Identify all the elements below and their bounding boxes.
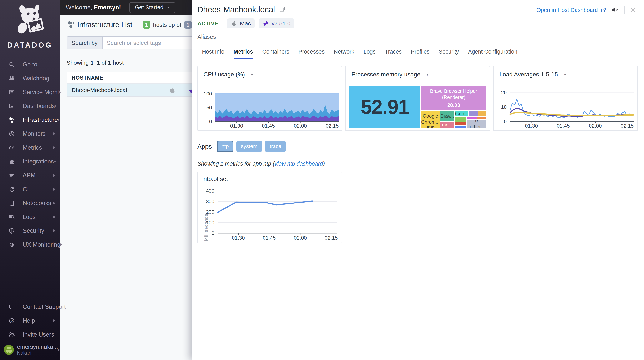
sidebar-item-dashboards[interactable]: Dashboards: [0, 99, 60, 113]
chevron-down-icon[interactable]: ▼: [426, 73, 429, 77]
load-averages-chart[interactable]: 0102001:3001:4502:0002:15: [494, 83, 638, 131]
treemap-block-label: Brav...: [440, 113, 454, 119]
chart-card-ntp-offset: ntp.offset 010020030040001:3001:4502:000…: [197, 172, 342, 243]
sidebar-item-notebooks[interactable]: Notebooks: [0, 196, 60, 210]
treemap-block[interactable]: Brav...: [440, 111, 454, 122]
host-title: Dhees-Macbook.local: [197, 5, 275, 14]
sidebar-item-contact-support[interactable]: Contact Support: [0, 300, 60, 314]
treemap-block[interactable]: [477, 117, 486, 119]
tab-processes[interactable]: Processes: [294, 46, 329, 59]
treemap-block[interactable]: 52.91: [349, 86, 421, 128]
sidebar-user-menu[interactable]: emersyn.naka... Nakari: [0, 341, 60, 358]
treemap-block[interactable]: Google Chrom...5.5: [421, 111, 440, 128]
treemap-block[interactable]: [454, 117, 467, 122]
y-axis-tick-label: 50: [198, 105, 212, 111]
sidebar-item-integrations[interactable]: Integrations: [0, 155, 60, 168]
open-in-host-dashboard-link[interactable]: Open in Host Dashboard: [536, 7, 606, 13]
treemap-block[interactable]: 9 other..: [467, 119, 486, 128]
chevron-down-icon[interactable]: ▼: [250, 73, 254, 77]
chart-title: Load Averages 1-5-15: [499, 71, 558, 78]
get-started-button[interactable]: Get Started ▼: [130, 2, 176, 13]
y-axis-label: Milliseconds: [204, 214, 209, 241]
host-detail-panel: Dhees-Macbook.local Open in Host Dashboa…: [192, 0, 644, 360]
chevron-right-icon: [58, 348, 60, 351]
sidebar-item-service-mgmt[interactable]: Service Mgmt: [0, 85, 60, 99]
os-label: Mac: [240, 20, 251, 27]
sidebar-item-logs[interactable]: Logs: [0, 210, 60, 224]
user-org: Nakari: [17, 350, 58, 356]
apps-label: Apps: [197, 143, 212, 150]
infrastructure-hexagons-icon: [8, 117, 15, 123]
os-pill[interactable]: Mac: [227, 19, 255, 29]
tab-profiles[interactable]: Profiles: [406, 46, 434, 59]
search-by-label: Search by: [66, 36, 102, 50]
search-input[interactable]: [102, 36, 201, 50]
tab-metrics[interactable]: Metrics: [229, 46, 258, 59]
treemap-block[interactable]: [454, 122, 467, 125]
sidebar-item-ci[interactable]: CI: [0, 182, 60, 196]
x-axis-tick-label: 02:00: [289, 123, 312, 129]
treemap-block[interactable]: md...: [440, 122, 454, 128]
y-axis-tick-label: 0: [198, 119, 212, 125]
apps-section: Apps ntp system trace: [197, 141, 644, 152]
apm-trace-icon: [8, 172, 15, 179]
treemap-block[interactable]: [467, 117, 477, 119]
panel-tabs: Host Info Metrics Containers Processes N…: [192, 46, 644, 59]
sidebar-item-watchdog[interactable]: Watchdog: [0, 71, 60, 85]
datadog-logo[interactable]: DATADOG: [0, 0, 60, 49]
y-axis-tick-label: 0: [493, 119, 507, 125]
copy-icon[interactable]: [279, 6, 286, 13]
tab-host-info[interactable]: Host Info: [197, 46, 229, 59]
chart-title: CPU usage (%): [204, 71, 245, 78]
chevron-right-icon: [54, 202, 56, 204]
app-pill-ntp[interactable]: ntp: [217, 141, 233, 152]
sidebar-item-invite-users[interactable]: Invite Users: [0, 328, 60, 341]
tab-logs[interactable]: Logs: [359, 46, 380, 59]
status-badge: ACTIVE: [197, 21, 218, 27]
sidebar-item-ux-monitoring[interactable]: UX Monitoring: [0, 238, 60, 252]
treemap-block-label: Goo...: [454, 111, 469, 117]
app-pill-trace[interactable]: trace: [265, 141, 286, 152]
tab-agent-configuration[interactable]: Agent Configuration: [464, 46, 522, 59]
x-axis-tick-label: 02:00: [289, 235, 312, 241]
binoculars-icon: [8, 75, 15, 82]
hosts-up-badge: 1: [143, 21, 150, 29]
chart-card-processes-memory: Processes memory usage ▼ 52.91Brave Brow…: [345, 66, 490, 131]
external-link-icon: [600, 7, 606, 13]
table-row[interactable]: Dhees-Macbook.local: [67, 84, 201, 97]
sidebar: DATADOG Go to... Watchdog Service Mgmt D…: [0, 0, 60, 360]
agent-version-pill[interactable]: v7.51.0: [259, 19, 294, 29]
treemap-block[interactable]: Goo...: [454, 111, 469, 117]
view-ntp-dashboard-link[interactable]: view ntp dashboard: [274, 161, 323, 167]
close-icon[interactable]: [630, 6, 636, 14]
chevron-down-icon[interactable]: ▼: [564, 73, 567, 77]
welcome-text: Welcome, Emersyn!: [66, 4, 121, 11]
tab-traces[interactable]: Traces: [380, 46, 406, 59]
treemap-block[interactable]: [478, 111, 486, 117]
tab-security[interactable]: Security: [434, 46, 464, 59]
ntp-offset-chart[interactable]: 010020030040001:3001:4502:0002:15Millise…: [198, 186, 342, 243]
treemap-block[interactable]: [454, 125, 467, 128]
puzzle-icon: [8, 158, 15, 165]
tab-network[interactable]: Network: [329, 46, 359, 59]
y-axis-tick-label: 20: [493, 90, 507, 96]
svg-text:?: ?: [11, 319, 13, 323]
hostname-column-header[interactable]: HOSTNAME: [67, 72, 201, 84]
mute-icon[interactable]: [611, 6, 620, 14]
chart-canvas: [198, 186, 342, 243]
sidebar-item-infrastructure[interactable]: Infrastructure: [0, 113, 60, 127]
metrics-note: Showing 1 metrics for app ntp (view ntp …: [197, 161, 644, 167]
sidebar-item-metrics[interactable]: Metrics: [0, 141, 60, 155]
app-pill-system[interactable]: system: [236, 141, 262, 152]
treemap-block[interactable]: [469, 111, 478, 117]
sidebar-item-monitors[interactable]: Monitors: [0, 127, 60, 141]
agent-version: v7.51.0: [272, 20, 290, 27]
tab-containers[interactable]: Containers: [258, 46, 294, 59]
treemap-block[interactable]: Brave Browser Helper (Renderer)28.03: [421, 86, 486, 111]
sidebar-item-help[interactable]: ? Help: [0, 314, 60, 328]
processes-memory-treemap: 52.91Brave Browser Helper (Renderer)28.0…: [349, 86, 486, 128]
sidebar-item-security[interactable]: Security: [0, 224, 60, 238]
sidebar-item-go-to[interactable]: Go to...: [0, 58, 60, 71]
cpu-usage-chart[interactable]: 05010001:3001:4502:0002:15: [198, 83, 342, 131]
sidebar-item-apm[interactable]: APM: [0, 168, 60, 182]
